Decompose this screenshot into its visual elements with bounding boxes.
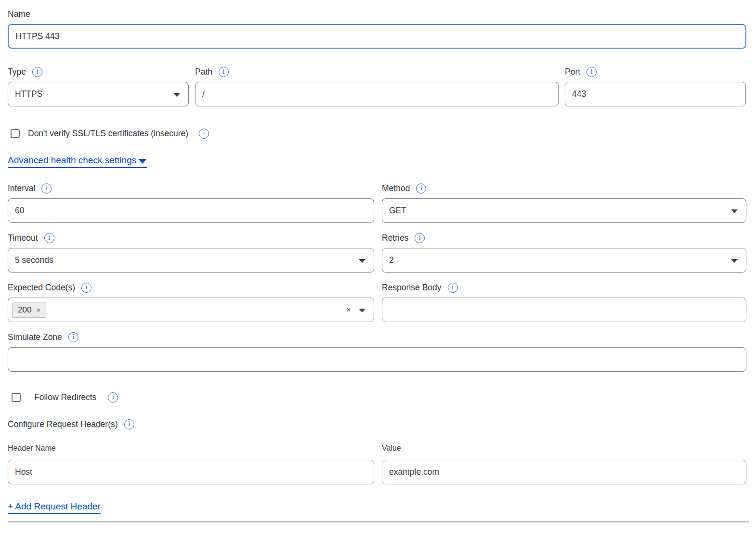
retries-select[interactable]: 2 <box>382 248 746 273</box>
header-value-column-label: Value <box>382 443 746 454</box>
tag-remove-icon[interactable]: × <box>36 306 40 313</box>
response-body-info-icon[interactable]: i <box>448 283 458 293</box>
path-info-icon[interactable]: i <box>219 67 229 77</box>
health-check-form: Name Type i HTTPS Path i Port i <box>8 8 746 522</box>
follow-redirects-label: Follow Redirects <box>34 392 96 403</box>
port-input[interactable] <box>565 82 746 106</box>
method-select-value: GET <box>389 206 406 216</box>
interval-info-icon[interactable]: i <box>41 183 52 194</box>
type-select[interactable]: HTTPS <box>8 82 189 106</box>
advanced-settings-link-label: Advanced health check settings <box>8 155 136 166</box>
request-header-row: Header Name Value <box>8 443 746 484</box>
chevron-down-icon <box>359 259 365 263</box>
response-body-label: Response Body <box>382 282 442 293</box>
header-name-input[interactable] <box>8 460 374 484</box>
add-request-header-link[interactable]: + Add Request Header <box>8 501 101 514</box>
expected-code-tag: 200 × <box>12 302 46 318</box>
retries-info-icon[interactable]: i <box>415 233 425 243</box>
expected-codes-multiselect[interactable]: 200 × × <box>8 298 374 322</box>
method-info-icon[interactable]: i <box>416 183 426 194</box>
interval-input[interactable] <box>8 198 374 223</box>
ssl-verify-label: Don't verify SSL/TLS certificates (insec… <box>28 129 188 139</box>
type-label: Type <box>8 66 26 78</box>
path-label: Path <box>195 66 212 78</box>
chevron-down-icon <box>173 93 180 97</box>
section-divider <box>8 521 749 522</box>
method-select[interactable]: GET <box>382 198 746 223</box>
response-body-input[interactable] <box>382 298 746 322</box>
path-input[interactable] <box>195 82 559 106</box>
ssl-verify-checkbox[interactable] <box>11 129 20 138</box>
expected-codes-info-icon[interactable]: i <box>81 283 91 293</box>
request-headers-info-icon[interactable]: i <box>124 419 134 429</box>
expected-code-tag-value: 200 <box>18 305 31 315</box>
port-label: Port <box>565 66 580 78</box>
chevron-down-icon <box>138 159 147 164</box>
header-value-input[interactable] <box>382 460 746 484</box>
header-name-column-label: Header Name <box>8 443 374 454</box>
expected-codes-label: Expected Code(s) <box>8 282 75 293</box>
chevron-down-icon[interactable] <box>359 309 365 312</box>
port-info-icon[interactable]: i <box>587 67 597 77</box>
name-input[interactable] <box>8 24 746 49</box>
chevron-down-icon <box>731 209 738 213</box>
retries-select-value: 2 <box>389 255 394 265</box>
chevron-down-icon <box>731 259 738 263</box>
timeout-info-icon[interactable]: i <box>44 233 54 243</box>
simulate-zone-info-icon[interactable]: i <box>68 332 78 342</box>
type-info-icon[interactable]: i <box>32 67 42 77</box>
ssl-verify-info-icon[interactable]: i <box>199 129 209 139</box>
type-select-value: HTTPS <box>15 89 42 99</box>
timeout-label: Timeout <box>8 232 38 244</box>
request-headers-label: Configure Request Header(s) <box>8 418 118 430</box>
follow-redirects-checkbox[interactable] <box>12 393 21 402</box>
advanced-settings-link[interactable]: Advanced health check settings <box>8 155 147 168</box>
interval-label: Interval <box>8 182 35 194</box>
name-label: Name <box>8 8 746 20</box>
clear-icon[interactable]: × <box>346 306 351 314</box>
simulate-zone-label: Simulate Zone <box>8 331 62 343</box>
timeout-select[interactable]: 5 seconds <box>8 248 374 273</box>
method-label: Method <box>382 182 410 194</box>
retries-label: Retries <box>382 232 408 244</box>
follow-redirects-info-icon[interactable]: i <box>108 392 118 403</box>
timeout-select-value: 5 seconds <box>15 255 53 265</box>
simulate-zone-input[interactable] <box>8 347 746 372</box>
